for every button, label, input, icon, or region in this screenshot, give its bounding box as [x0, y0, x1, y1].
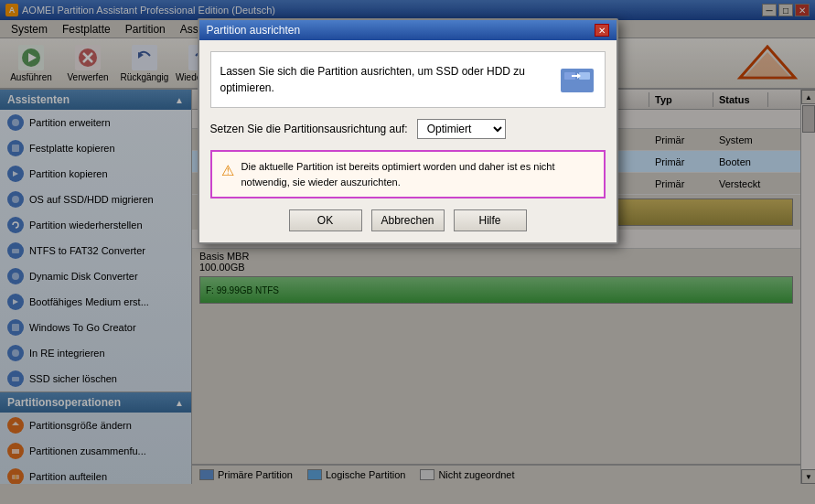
dialog-overlay: Partition ausrichten ✕ Lassen Sie sich d…	[0, 0, 815, 504]
dialog-title-bar: Partition ausrichten ✕	[199, 20, 617, 40]
dialog-option-section: Setzen Sie die Partitionsausrichtung auf…	[210, 119, 606, 139]
dialog-buttons: OK Abbrechen Hilfe	[210, 209, 606, 231]
dialog-cancel-button[interactable]: Abbrechen	[371, 209, 445, 231]
dialog-partition-ausrichten: Partition ausrichten ✕ Lassen Sie sich d…	[198, 18, 618, 244]
dialog-body: Lassen Sie sich die Partition ausrichten…	[199, 40, 617, 242]
dialog-title-text: Partition ausrichten	[207, 24, 301, 37]
dialog-info-text: Lassen Sie sich die Partition ausrichten…	[220, 63, 550, 96]
warning-icon: ⚠	[221, 160, 234, 182]
svg-rect-50	[561, 69, 594, 92]
alignment-select[interactable]: Optimiert	[417, 119, 506, 139]
dialog-help-button[interactable]: Hilfe	[454, 209, 527, 231]
select-wrapper: Optimiert	[417, 119, 506, 139]
dialog-info-icon	[559, 61, 595, 98]
dialog-ok-button[interactable]: OK	[289, 209, 362, 231]
dialog-close-button[interactable]: ✕	[595, 24, 609, 37]
dialog-warning-text: Die aktuelle Partition ist bereits optim…	[241, 159, 595, 189]
dialog-option-label: Setzen Sie die Partitionsausrichtung auf…	[210, 123, 408, 135]
dialog-info-section: Lassen Sie sich die Partition ausrichten…	[210, 51, 606, 108]
main-area: Assistenten ▲ Partition erweitern Festpl…	[0, 90, 815, 484]
dialog-warning: ⚠ Die aktuelle Partition ist bereits opt…	[210, 150, 606, 198]
